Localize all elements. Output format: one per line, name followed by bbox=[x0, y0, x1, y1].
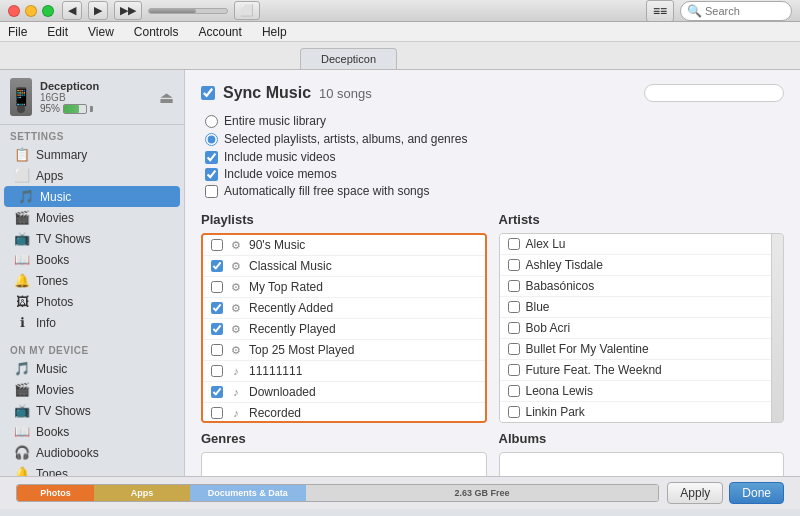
done-button[interactable]: Done bbox=[729, 482, 784, 504]
sidebar-item-music[interactable]: 🎵 Music bbox=[4, 186, 180, 207]
list-item[interactable]: Blue bbox=[500, 297, 784, 318]
sidebar-item-books2[interactable]: 📖 Books bbox=[0, 421, 184, 442]
device-battery: 95% bbox=[40, 103, 99, 114]
sidebar-item-tones2[interactable]: 🔔 Tones bbox=[0, 463, 184, 476]
panels-row: Playlists ⚙90's Music ⚙Classical Music ⚙… bbox=[201, 212, 784, 423]
device-tab-bar: Decepticon bbox=[0, 42, 800, 70]
menu-controls[interactable]: Controls bbox=[130, 24, 183, 40]
entire-library-radio[interactable]: Entire music library bbox=[205, 114, 784, 128]
gear-icon: ⚙ bbox=[229, 344, 243, 357]
list-item[interactable]: Linkin Park bbox=[500, 402, 784, 423]
on-my-device-label: On My Device bbox=[0, 339, 184, 358]
window-controls[interactable] bbox=[8, 5, 54, 17]
storage-photos: Photos bbox=[17, 485, 94, 501]
battery-bar bbox=[63, 104, 87, 114]
tv-icon: 📺 bbox=[14, 231, 30, 246]
list-item[interactable]: Bob Acri bbox=[500, 318, 784, 339]
sidebar-item-movies2[interactable]: 🎬 Movies bbox=[0, 379, 184, 400]
note-icon: ♪ bbox=[229, 407, 243, 419]
selected-radio[interactable]: Selected playlists, artists, albums, and… bbox=[205, 132, 784, 146]
music-search-input[interactable] bbox=[644, 84, 784, 102]
menu-help[interactable]: Help bbox=[258, 24, 291, 40]
list-item[interactable]: Babasónicos bbox=[500, 276, 784, 297]
apply-button[interactable]: Apply bbox=[667, 482, 723, 504]
music2-icon: 🎵 bbox=[14, 361, 30, 376]
sidebar-item-music2[interactable]: 🎵 Music bbox=[0, 358, 184, 379]
movies2-icon: 🎬 bbox=[14, 382, 30, 397]
sidebar-item-label: Summary bbox=[36, 148, 87, 162]
sidebar-item-label: Books bbox=[36, 253, 69, 267]
genres-panel: Genres bbox=[201, 431, 487, 476]
storage-docs: Documents & Data bbox=[190, 485, 305, 501]
storage-bar: Photos Apps Documents & Data 2.63 GB Fre… bbox=[16, 484, 659, 502]
sync-header: Sync Music 10 songs bbox=[201, 84, 784, 102]
device-size: 16GB bbox=[40, 92, 99, 103]
device-tab[interactable]: Decepticon bbox=[300, 48, 397, 69]
back-button[interactable]: ◀ bbox=[62, 1, 82, 20]
gear-icon: ⚙ bbox=[229, 281, 243, 294]
storage-free: 2.63 GB Free bbox=[306, 485, 659, 501]
include-videos-label: Include music videos bbox=[224, 150, 335, 164]
play-button[interactable]: ▶ bbox=[88, 1, 108, 20]
maximize-button[interactable] bbox=[42, 5, 54, 17]
sidebar-item-books[interactable]: 📖 Books bbox=[0, 249, 184, 270]
list-item[interactable]: Ashley Tisdale bbox=[500, 255, 784, 276]
device-info: 📱 Decepticon 16GB 95% ⏏ bbox=[0, 70, 184, 125]
sync-checkbox[interactable] bbox=[201, 86, 215, 100]
sidebar-item-apps[interactable]: ⬜ Apps bbox=[0, 165, 184, 186]
include-memos-label: Include voice memos bbox=[224, 167, 337, 181]
sidebar-item-tones[interactable]: 🔔 Tones bbox=[0, 270, 184, 291]
list-item[interactable]: Leona Lewis bbox=[500, 381, 784, 402]
list-item[interactable]: ♪11111111 bbox=[203, 361, 485, 382]
menu-account[interactable]: Account bbox=[195, 24, 246, 40]
sidebar-item-tvshows2[interactable]: 📺 TV Shows bbox=[0, 400, 184, 421]
list-view-button[interactable]: ≡≡ bbox=[646, 0, 674, 22]
gear-icon: ⚙ bbox=[229, 239, 243, 252]
sidebar-item-audiobooks[interactable]: 🎧 Audiobooks bbox=[0, 442, 184, 463]
bottom-bar: Photos Apps Documents & Data 2.63 GB Fre… bbox=[0, 476, 800, 509]
forward-button[interactable]: ▶▶ bbox=[114, 1, 142, 20]
sidebar-item-label: TV Shows bbox=[36, 232, 91, 246]
scrollbar[interactable] bbox=[771, 234, 783, 422]
list-item[interactable]: Future Feat. The Weeknd bbox=[500, 360, 784, 381]
selected-label: Selected playlists, artists, albums, and… bbox=[224, 132, 467, 146]
menu-edit[interactable]: Edit bbox=[43, 24, 72, 40]
progress-bar bbox=[148, 8, 228, 14]
list-item[interactable]: ⚙90's Music bbox=[203, 235, 485, 256]
close-button[interactable] bbox=[8, 5, 20, 17]
artists-list: Alex Lu Ashley Tisdale Babasónicos Blue … bbox=[499, 233, 785, 423]
list-item[interactable]: ⚙Top 25 Most Played bbox=[203, 340, 485, 361]
include-videos-checkbox[interactable]: Include music videos bbox=[205, 150, 784, 164]
sidebar-item-summary[interactable]: 📋 Summary bbox=[0, 144, 184, 165]
note-icon: ♪ bbox=[229, 386, 243, 398]
list-item[interactable]: ⚙Recently Added bbox=[203, 298, 485, 319]
search-input[interactable] bbox=[705, 5, 785, 17]
minimize-button[interactable] bbox=[25, 5, 37, 17]
list-item[interactable]: ⚙Classical Music bbox=[203, 256, 485, 277]
sidebar-item-photos[interactable]: 🖼 Photos bbox=[0, 291, 184, 312]
list-item[interactable]: Bullet For My Valentine bbox=[500, 339, 784, 360]
entire-library-label: Entire music library bbox=[224, 114, 326, 128]
list-item[interactable]: ♪Downloaded bbox=[203, 382, 485, 403]
device-name: Decepticon bbox=[40, 80, 99, 92]
sidebar-item-movies[interactable]: 🎬 Movies bbox=[0, 207, 184, 228]
genres-list bbox=[201, 452, 487, 476]
list-item[interactable]: Alex Lu bbox=[500, 234, 784, 255]
list-item[interactable]: ⚙Recently Played bbox=[203, 319, 485, 340]
menu-view[interactable]: View bbox=[84, 24, 118, 40]
list-item[interactable]: ♪Recorded bbox=[203, 403, 485, 423]
menu-file[interactable]: File bbox=[4, 24, 31, 40]
device-icon: 📱 bbox=[10, 78, 32, 116]
sidebar-item-tv-shows[interactable]: 📺 TV Shows bbox=[0, 228, 184, 249]
settings-section-label: Settings bbox=[0, 125, 184, 144]
autofill-checkbox[interactable]: Automatically fill free space with songs bbox=[205, 184, 784, 198]
sidebar-item-label: Books bbox=[36, 425, 69, 439]
include-memos-checkbox[interactable]: Include voice memos bbox=[205, 167, 784, 181]
sidebar-item-label: Tones bbox=[36, 467, 68, 477]
search-box[interactable]: 🔍 bbox=[680, 1, 792, 21]
sidebar-item-info[interactable]: ℹ Info bbox=[0, 312, 184, 333]
eject-icon[interactable]: ⏏ bbox=[159, 88, 174, 107]
airplay-button[interactable]: ⬜ bbox=[234, 1, 260, 20]
sidebar-item-label: Tones bbox=[36, 274, 68, 288]
list-item[interactable]: ⚙My Top Rated bbox=[203, 277, 485, 298]
